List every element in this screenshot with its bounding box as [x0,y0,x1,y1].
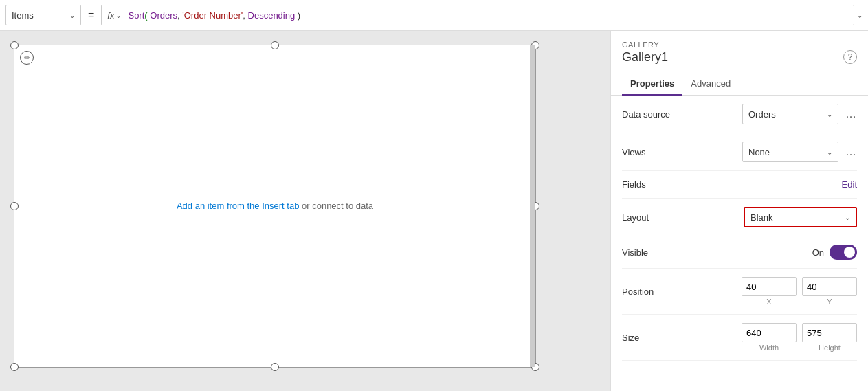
position-y-group: Y [802,277,857,306]
size-height-input[interactable] [802,323,857,342]
datasource-chevron-icon: ⌄ [827,111,832,118]
toggle-knob [844,247,855,258]
formula-order-number-string: 'Order Number' [182,10,243,21]
layout-chevron-icon: ⌄ [845,214,850,221]
prop-row-fields: Fields Edit [622,171,857,199]
layout-value: Blank [750,212,773,223]
canvas-area: ✏ Add an item from the Insert tab or con… [0,31,610,391]
gallery-container[interactable]: ✏ Add an item from the Insert tab or con… [14,45,536,368]
gallery-hint: Add an item from the Insert tab or conne… [177,199,373,213]
size-height-label: Height [819,344,841,352]
size-inputs: Width Height [742,323,857,352]
datasource-value: Orders [748,109,776,120]
views-value: None [748,147,770,157]
prop-row-visible: Visible On [622,236,857,269]
top-bar-end-chevron-icon: ⌄ [857,12,863,19]
position-inputs: X Y [742,277,857,306]
position-x-group: X [742,277,797,306]
formula-descending-keyword: Descending [248,10,296,21]
prop-row-datasource: Data source Orders ⌄ … [622,96,857,133]
gallery-edit-icon[interactable]: ✏ [20,51,34,65]
layout-label: Layout [622,212,649,223]
datasource-more-icon[interactable]: … [845,108,857,120]
position-x-label: X [766,298,771,306]
size-height-group: Height [802,323,857,352]
formula-sort-keyword: Sort [128,10,144,21]
visible-label: Visible [622,247,648,258]
fx-text: fx [107,10,114,21]
visible-toggle[interactable] [830,245,857,260]
items-dropdown[interactable]: Items ⌄ [5,5,81,25]
size-width-group: Width [742,323,797,352]
gallery-hint-insert: Add an item from the Insert tab [177,201,299,211]
prop-row-layout: Layout Blank ⌄ [622,199,857,236]
tab-advanced[interactable]: Advanced [682,73,739,96]
views-control: None ⌄ … [742,142,857,162]
formula-text: Sort( Orders, 'Order Number', Descending… [128,10,300,21]
fx-label: fx ⌄ [107,10,121,21]
views-label: Views [622,147,645,157]
gallery-name: Gallery1 [622,50,668,65]
visible-toggle-label: On [812,247,824,258]
fields-label: Fields [622,179,646,190]
prop-row-position: Position X Y [622,269,857,315]
handle-bottom-center[interactable] [271,363,279,371]
size-width-input[interactable] [742,323,797,342]
datasource-control: Orders ⌄ … [742,104,857,124]
position-y-label: Y [827,298,832,306]
layout-dropdown[interactable]: Blank ⌄ [744,207,857,227]
position-label: Position [622,287,654,297]
tabs: Properties Advanced [611,73,868,96]
formula-orders-keyword: Orders [150,10,177,21]
items-label: Items [12,10,67,21]
panel-header: GALLERY Gallery1 ? [611,31,868,73]
size-width-label: Width [759,344,779,352]
views-chevron-icon: ⌄ [827,148,832,156]
tab-properties[interactable]: Properties [622,73,682,96]
help-icon[interactable]: ? [843,50,857,64]
datasource-label: Data source [622,109,670,120]
handle-top-center[interactable] [271,41,279,49]
main-content: ✏ Add an item from the Insert tab or con… [0,31,868,391]
views-more-icon[interactable]: … [845,146,857,158]
position-y-input[interactable] [802,277,857,296]
fx-chevron-icon: ⌄ [115,12,121,19]
handle-top-left[interactable] [10,41,19,49]
handle-mid-left[interactable] [10,202,19,210]
gallery-hint-connector: or connect to data [299,201,373,211]
equals-sign: = [84,9,98,21]
formula-bar[interactable]: fx ⌄ Sort( Orders, 'Order Number', Desce… [101,5,854,25]
panel-title-block: GALLERY Gallery1 [622,41,668,73]
panel-body: Data source Orders ⌄ … Views None ⌄ [611,96,868,391]
size-label: Size [622,333,639,343]
position-x-input[interactable] [742,277,797,296]
gallery-scrollbar[interactable] [530,45,535,367]
datasource-dropdown[interactable]: Orders ⌄ [742,104,838,124]
handle-bottom-left[interactable] [10,363,19,371]
prop-row-views: Views None ⌄ … [622,133,857,171]
top-bar: Items ⌄ = fx ⌄ Sort( Orders, 'Order Numb… [0,0,868,31]
visible-toggle-container: On [812,245,857,260]
panel-header-row: GALLERY Gallery1 ? [622,41,857,73]
gallery-label: GALLERY [622,41,668,49]
fields-edit-link[interactable]: Edit [842,179,857,190]
dropdown-chevron-icon: ⌄ [69,12,75,19]
right-panel: GALLERY Gallery1 ? Properties Advanced D… [610,31,868,391]
views-dropdown[interactable]: None ⌄ [742,142,838,162]
prop-row-size: Size Width Height [622,315,857,361]
